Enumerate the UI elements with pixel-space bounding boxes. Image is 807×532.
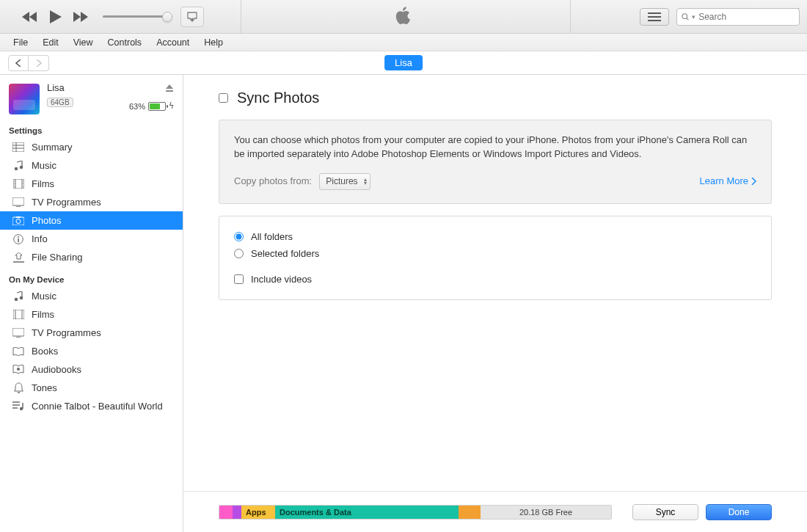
sidebar-item-label: Books	[32, 346, 58, 357]
menu-bar: File Edit View Controls Account Help	[0, 34, 807, 51]
device-thumbnail[interactable]	[9, 84, 40, 114]
sidebar-settings-header: Settings	[0, 117, 183, 138]
sidebar-ondevice-header: On My Device	[0, 266, 183, 287]
menu-edit[interactable]: Edit	[37, 35, 65, 50]
svg-point-15	[22, 181, 23, 181]
summary-icon	[12, 142, 25, 152]
storage-segment-free: 20.18 GB Free	[481, 506, 611, 519]
search-box[interactable]: ▾	[676, 8, 800, 26]
sidebar-item-d-audiobooks[interactable]: Audiobooks	[0, 360, 183, 379]
sidebar-item-label: Summary	[32, 142, 73, 153]
sync-info-box: You can choose which photos from your co…	[219, 120, 772, 204]
tones-icon	[12, 382, 25, 393]
sidebar-item-music[interactable]: Music	[0, 156, 183, 175]
sidebar-item-d-books[interactable]: Books	[0, 342, 183, 360]
option-include-videos[interactable]: Include videos	[234, 271, 756, 288]
sync-photos-checkbox[interactable]	[219, 93, 228, 103]
chevron-updown-icon: ▴▾	[364, 178, 367, 185]
sidebar-item-d-films[interactable]: Films	[0, 305, 183, 324]
svg-point-8	[20, 165, 23, 169]
sidebar-item-label: Films	[32, 178, 54, 189]
storage-segment-apps: Apps	[241, 506, 275, 519]
device-name: Lisa	[47, 82, 174, 93]
svg-point-28	[20, 296, 23, 299]
search-dropdown-icon[interactable]: ▾	[692, 13, 695, 21]
charging-icon: ϟ	[169, 101, 174, 111]
svg-point-27	[15, 297, 18, 301]
top-toolbar: — ▢ ✕ ▾	[0, 0, 807, 34]
menu-controls[interactable]: Controls	[102, 35, 148, 50]
sidebar-item-label: File Sharing	[32, 252, 82, 263]
eject-icon[interactable]	[165, 84, 174, 95]
nav-back-button[interactable]	[8, 55, 29, 71]
sidebar-item-file-sharing[interactable]: File Sharing	[0, 248, 183, 266]
sidebar-item-label: TV Programmes	[32, 197, 101, 208]
sidebar-item-d-tones[interactable]: Tones	[0, 379, 183, 397]
svg-rect-3	[12, 142, 24, 152]
menu-account[interactable]: Account	[150, 35, 195, 50]
sidebar-item-label: Films	[32, 309, 54, 320]
sidebar-item-d-tv[interactable]: TV Programmes	[0, 324, 183, 342]
svg-point-17	[22, 186, 23, 186]
sidebar-item-label: Music	[32, 291, 56, 302]
copy-from-dropdown[interactable]: Pictures ▴▾	[319, 173, 370, 190]
sidebar-item-label: Audiobooks	[32, 364, 81, 375]
sidebar-item-label: TV Programmes	[32, 327, 101, 338]
option-all-folders[interactable]: All folders	[234, 228, 756, 245]
svg-point-12	[13, 181, 14, 181]
svg-point-7	[15, 167, 18, 170]
done-button[interactable]: Done	[706, 504, 772, 520]
view-list-button[interactable]	[640, 8, 669, 26]
option-selected-folders[interactable]: Selected folders	[234, 245, 756, 262]
sidebar-item-summary[interactable]: Summary	[0, 138, 183, 156]
svg-rect-20	[12, 217, 24, 225]
sidebar-item-label: Connie Talbot - Beautiful World	[32, 401, 163, 412]
storage-segment-other3	[459, 506, 481, 519]
menu-help[interactable]: Help	[198, 35, 229, 50]
dropdown-value: Pictures	[326, 175, 357, 188]
menu-view[interactable]: View	[67, 35, 99, 50]
device-tab[interactable]: Lisa	[384, 55, 423, 70]
radio-selected-folders[interactable]	[234, 249, 244, 258]
learn-more-link[interactable]: Learn More	[700, 175, 756, 189]
sidebar-item-d-music[interactable]: Music	[0, 287, 183, 305]
svg-rect-2	[166, 90, 173, 92]
storage-segment-other	[219, 506, 233, 519]
nav-row: Lisa	[0, 51, 807, 75]
sidebar-item-films[interactable]: Films	[0, 175, 183, 193]
audiobooks-icon	[12, 365, 25, 374]
playlist-icon	[12, 401, 25, 411]
play-icon[interactable]	[48, 10, 62, 23]
sidebar-item-d-playlist[interactable]: Connie Talbot - Beautiful World	[0, 397, 183, 415]
music-icon	[12, 291, 25, 302]
svg-rect-9	[13, 179, 24, 189]
storage-segment-docs: Documents & Data	[275, 506, 459, 519]
svg-point-21	[16, 219, 21, 223]
films-icon	[12, 310, 25, 319]
checkbox-include-videos[interactable]	[234, 274, 244, 284]
previous-icon[interactable]	[22, 12, 37, 22]
svg-point-14	[13, 186, 14, 186]
svg-rect-29	[13, 310, 24, 319]
nav-forward-button[interactable]	[29, 55, 49, 71]
search-input[interactable]	[698, 12, 795, 22]
sidebar-item-tv[interactable]: TV Programmes	[0, 193, 183, 211]
storage-bar[interactable]: Apps Documents & Data 20.18 GB Free	[219, 505, 612, 520]
next-icon[interactable]	[73, 12, 88, 22]
volume-slider[interactable]	[103, 15, 167, 18]
tv-icon	[12, 197, 25, 207]
sidebar-item-info[interactable]: Info	[0, 230, 183, 248]
sidebar-item-label: Tones	[32, 382, 57, 393]
device-capacity-badge: 64GB	[47, 98, 73, 107]
svg-point-16	[22, 183, 23, 184]
menu-file[interactable]: File	[7, 35, 34, 50]
airplay-button[interactable]	[180, 7, 204, 27]
photos-icon	[12, 216, 25, 225]
footer-bar: Apps Documents & Data 20.18 GB Free Sync…	[183, 491, 807, 532]
sidebar-item-label: Photos	[32, 215, 61, 226]
sync-button[interactable]: Sync	[632, 504, 698, 520]
sidebar-item-photos[interactable]: Photos	[0, 211, 183, 230]
storage-segment-other2	[233, 506, 241, 519]
radio-all-folders[interactable]	[234, 232, 244, 241]
svg-line-1	[687, 18, 689, 21]
